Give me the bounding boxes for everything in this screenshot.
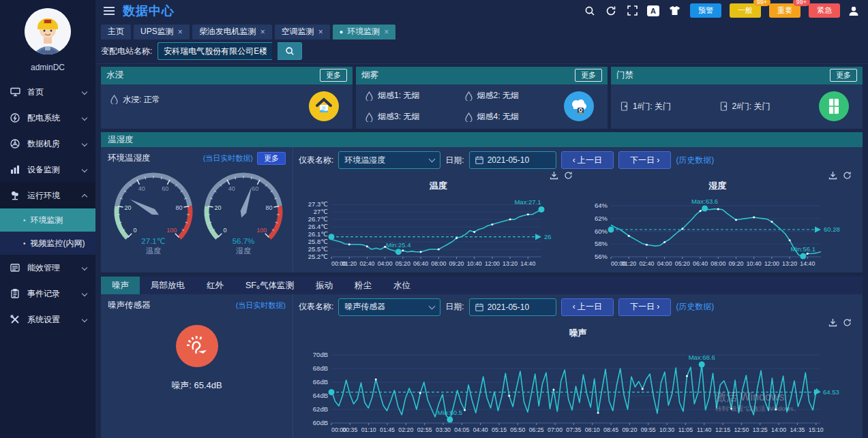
noise-left-title: 噪声传感器 [108, 300, 151, 311]
sidebar-item-data-room[interactable]: 数据机房 [0, 131, 95, 157]
important-alarm-button[interactable]: 重要 99+ [769, 3, 800, 18]
history-data-link[interactable]: (历史数据) [676, 155, 714, 166]
prev-day-button[interactable]: ‹ 上一日 [561, 298, 614, 316]
next-day-button[interactable]: 下一日 › [618, 151, 671, 169]
svg-text:05:50: 05:50 [510, 426, 525, 433]
tab-sf6-gas[interactable]: SF₆气体监测 [235, 277, 305, 294]
download-icon[interactable] [828, 171, 837, 180]
th-right-pane: 仪表名称: 环境温湿度 日期: 2021-05-10 ‹ 上一日 下一日 › (… [293, 147, 863, 272]
sidebar-item-energy[interactable]: 能效管理 [0, 255, 95, 281]
refresh-icon[interactable] [843, 318, 852, 327]
tab-partial-discharge[interactable]: 局部放电 [140, 277, 196, 294]
close-icon[interactable]: × [260, 27, 265, 37]
tab-environment[interactable]: ● 环境监测× [333, 25, 395, 40]
close-icon[interactable]: × [178, 27, 183, 37]
svg-text:25.2℃: 25.2℃ [308, 253, 328, 260]
svg-text:70dB: 70dB [313, 351, 328, 358]
sidebar-subitem-video-monitor[interactable]: • 视频监控(内网) [0, 232, 95, 255]
tab-dust[interactable]: 粉尘 [344, 277, 383, 294]
date-picker[interactable]: 2021-05-10 [469, 298, 556, 316]
next-day-button[interactable]: 下一日 › [618, 298, 671, 316]
svg-text:07:00: 07:00 [548, 426, 563, 433]
refresh-icon[interactable] [843, 171, 852, 180]
temperature-line-chart: 27.3℃27℃26.7℃26.4℃26.1℃25.8℃25.5℃25.2℃00… [299, 191, 578, 268]
svg-text:62dB: 62dB [313, 405, 328, 413]
avatar[interactable] [0, 0, 95, 59]
svg-text:09:20: 09:20 [622, 426, 637, 433]
sidebar-item-events[interactable]: 事件记录 [0, 281, 95, 307]
sidebar-item-settings[interactable]: 系统设置 [0, 307, 95, 332]
sidebar-item-environment[interactable]: 运行环境 [0, 183, 95, 208]
prev-day-button[interactable]: ‹ 上一日 [561, 151, 614, 169]
svg-text:05:20: 05:20 [395, 260, 410, 267]
refresh-icon[interactable] [564, 171, 573, 180]
svg-text:14:40: 14:40 [520, 260, 535, 267]
menu-toggle-icon[interactable] [104, 7, 115, 15]
close-icon[interactable]: × [384, 27, 389, 37]
sidebar-item-device-monitor[interactable]: 设备监测 [0, 157, 95, 183]
water-more-button[interactable]: 更多 [320, 69, 347, 82]
topbar: 数据中心 A 预警 一般 99+ 重要 [95, 0, 868, 22]
close-icon[interactable]: × [318, 27, 323, 37]
svg-text:27.1℃: 27.1℃ [141, 237, 165, 245]
theme-icon[interactable] [667, 3, 682, 18]
svg-text:08:00: 08:00 [431, 260, 446, 267]
forewarning-button[interactable]: 预警 [690, 3, 721, 18]
refresh-icon[interactable] [603, 3, 618, 18]
smoke-panel-title: 烟雾 [361, 69, 378, 81]
realtime-data-link[interactable]: (当日实时数据) [236, 300, 286, 311]
meter-name-label: 仪表名称: [299, 301, 333, 313]
th-more-button[interactable]: 更多 [257, 152, 286, 165]
history-data-link[interactable]: (历史数据) [676, 301, 714, 313]
tab-hvac[interactable]: 空调监测× [275, 25, 330, 40]
svg-text:00:35: 00:35 [342, 426, 357, 433]
svg-text:12:00: 12:00 [485, 260, 500, 267]
door-more-button[interactable]: 更多 [830, 69, 857, 82]
tab-home[interactable]: 主页 [101, 25, 131, 40]
tab-water-level[interactable]: 水位 [383, 277, 421, 294]
svg-text:02:40: 02:40 [639, 260, 654, 267]
meter-select[interactable]: 噪声传感器 [338, 298, 440, 316]
search-icon[interactable] [582, 3, 597, 18]
smoke-sensor-item: 烟感4: 无烟 [465, 111, 565, 123]
droplet-icon [465, 112, 473, 122]
font-size-icon[interactable]: A [646, 3, 661, 18]
sidebar-subitem-env-monitor[interactable]: • 环境监测 [0, 208, 95, 232]
emergency-alarm-button[interactable]: 紧急 [809, 3, 840, 18]
user-icon[interactable] [846, 3, 861, 18]
station-search-button[interactable] [278, 42, 302, 60]
general-alarm-button[interactable]: 一般 99+ [730, 3, 761, 18]
sidebar-item-power-system[interactable]: 配电系统 [0, 105, 95, 131]
active-dot-icon: ● [340, 29, 343, 35]
svg-text:100: 100 [256, 227, 267, 234]
environment-icon [8, 191, 22, 200]
svg-text:14:40: 14:40 [800, 260, 815, 267]
smoke-sensor-item: 烟感2: 无烟 [465, 90, 565, 101]
svg-text:60dB: 60dB [313, 419, 328, 426]
svg-text:01:20: 01:20 [621, 260, 636, 267]
tab-noise[interactable]: 噪声 [101, 277, 140, 294]
smoke-panel: 烟雾 更多 烟感1: 无烟 烟感2: 无烟 [356, 67, 608, 129]
station-input[interactable] [158, 42, 272, 60]
data-room-icon [8, 139, 22, 148]
smoke-more-button[interactable]: 更多 [575, 69, 602, 82]
tab-ups[interactable]: UPS监测× [134, 25, 190, 40]
app-root: adminDC 首页 配电系统 数据机房 [0, 0, 868, 438]
tab-diesel[interactable]: 柴油发电机监测× [192, 25, 272, 40]
download-icon[interactable] [828, 318, 837, 327]
noise-chart-title: 噪声 [299, 327, 857, 339]
svg-text:60: 60 [162, 185, 168, 192]
svg-text:26: 26 [544, 233, 552, 240]
sidebar-item-home[interactable]: 首页 [0, 79, 95, 105]
fullscreen-icon[interactable] [625, 3, 640, 18]
humidity-chart-title: 湿度 [578, 180, 858, 191]
noise-section: 噪声传感器 (当日实时数据) 噪声: 65.4dB 仪表名称: 噪声传感器 [101, 294, 863, 438]
meter-select[interactable]: 环境温湿度 [338, 151, 440, 169]
tab-infrared[interactable]: 红外 [196, 277, 235, 294]
date-picker[interactable]: 2021-05-10 [469, 151, 556, 169]
download-icon[interactable] [550, 171, 558, 180]
realtime-data-link[interactable]: (当日实时数据) [203, 153, 253, 163]
tab-vibration[interactable]: 振动 [305, 277, 344, 294]
droplet-icon [110, 95, 118, 104]
svg-text:08:45: 08:45 [603, 426, 618, 433]
